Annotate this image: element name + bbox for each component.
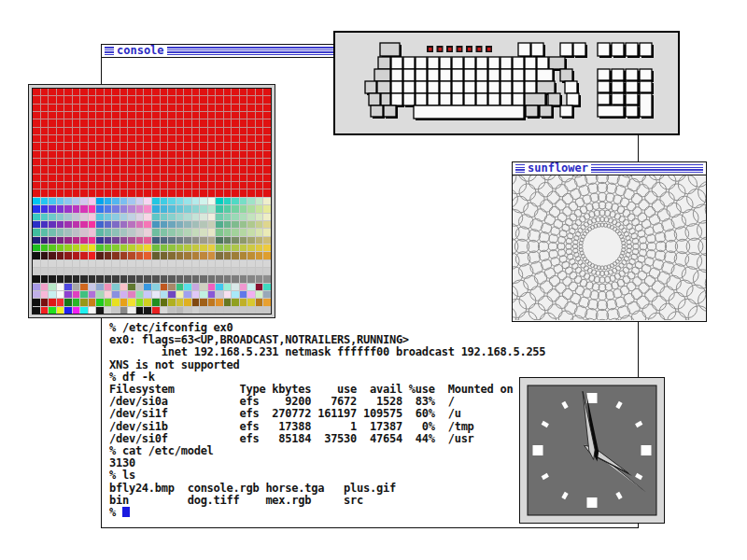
palette-cell (57, 105, 64, 111)
palette-cell (240, 182, 247, 189)
palette-cell (144, 128, 151, 134)
palette-cell (57, 299, 64, 305)
palette-cell (232, 291, 239, 298)
colormap-bottom-grid (33, 259, 271, 314)
palette-cell (89, 182, 96, 189)
palette-cell (176, 245, 184, 251)
palette-cell (128, 89, 135, 95)
palette-cell (161, 291, 168, 298)
window-menu-icon[interactable] (105, 47, 114, 55)
palette-cell (240, 89, 247, 95)
palette-cell (161, 268, 168, 274)
palette-cell (240, 159, 247, 165)
palette-cell (136, 252, 144, 259)
palette-cell (120, 214, 128, 220)
palette-cell (73, 299, 80, 305)
palette-cell (128, 214, 135, 220)
palette-cell (256, 221, 263, 228)
palette-cell (49, 166, 56, 173)
palette-cell (152, 307, 160, 314)
palette-cell (80, 284, 88, 290)
palette-cell (224, 205, 232, 212)
palette-cell (144, 143, 151, 149)
palette-cell (176, 135, 184, 142)
palette-cell (73, 221, 80, 228)
palette-cell (96, 112, 104, 119)
palette-cell (247, 128, 255, 134)
palette-cell (80, 307, 88, 314)
palette-cell (64, 275, 72, 282)
palette-cell (136, 237, 144, 244)
palette-cell (136, 229, 144, 235)
palette-cell (192, 175, 200, 181)
colormap-ramp-grid (33, 197, 271, 259)
keyboard-window[interactable] (333, 31, 680, 135)
palette-cell (208, 291, 216, 298)
palette-cell (33, 198, 40, 204)
palette-cell (184, 135, 191, 142)
palette-cell (128, 135, 135, 142)
palette-cell (184, 307, 191, 314)
palette-cell (57, 214, 64, 220)
palette-cell (168, 143, 176, 149)
palette-cell (208, 143, 216, 149)
palette-cell (120, 189, 128, 196)
palette-cell (64, 105, 72, 111)
palette-cell (216, 151, 223, 158)
palette-cell (49, 112, 56, 119)
palette-cell (232, 260, 239, 267)
palette-cell (152, 275, 160, 282)
palette-cell (136, 112, 144, 119)
palette-cell (120, 175, 128, 181)
palette-cell (105, 159, 112, 165)
palette-cell (73, 284, 80, 290)
palette-cell (144, 268, 151, 274)
palette-cell (41, 260, 49, 267)
palette-cell (184, 275, 191, 282)
clock-window[interactable] (519, 377, 665, 524)
palette-cell (89, 307, 96, 314)
palette-cell (161, 260, 168, 267)
palette-cell (105, 299, 112, 305)
palette-cell (128, 252, 135, 259)
palette-cell (105, 143, 112, 149)
palette-cell (89, 105, 96, 111)
palette-cell (64, 268, 72, 274)
sunflower-window[interactable]: sunflower (512, 161, 707, 322)
palette-cell (105, 128, 112, 134)
palette-cell (120, 260, 128, 267)
palette-cell (256, 96, 263, 103)
palette-cell (168, 105, 176, 111)
palette-cell (112, 291, 120, 298)
palette-cell (192, 252, 200, 259)
palette-cell (224, 128, 232, 134)
palette-cell (176, 128, 184, 134)
palette-cell (64, 119, 72, 126)
window-menu-icon[interactable] (515, 164, 525, 173)
palette-cell (263, 260, 271, 267)
palette-cell (216, 307, 223, 314)
sunflower-titlebar[interactable]: sunflower (512, 161, 707, 175)
terminal-line: % cat /etc/model (109, 445, 545, 457)
palette-cell (96, 166, 104, 173)
palette-cell (216, 119, 223, 126)
palette-cell (120, 275, 128, 282)
palette-cell (96, 268, 104, 274)
palette-cell (112, 268, 120, 274)
palette-cell (176, 291, 184, 298)
palette-cell (144, 135, 151, 142)
palette-cell (96, 275, 104, 282)
palette-cell (216, 105, 223, 111)
colormap-window[interactable] (28, 84, 275, 318)
palette-cell (41, 291, 49, 298)
palette-cell (240, 105, 247, 111)
palette-cell (192, 307, 200, 314)
palette-cell (224, 229, 232, 235)
palette-cell (112, 275, 120, 282)
palette-cell (112, 96, 120, 103)
palette-cell (263, 205, 271, 212)
palette-cell (161, 189, 168, 196)
palette-cell (57, 135, 64, 142)
palette-cell (232, 221, 239, 228)
palette-cell (128, 189, 135, 196)
